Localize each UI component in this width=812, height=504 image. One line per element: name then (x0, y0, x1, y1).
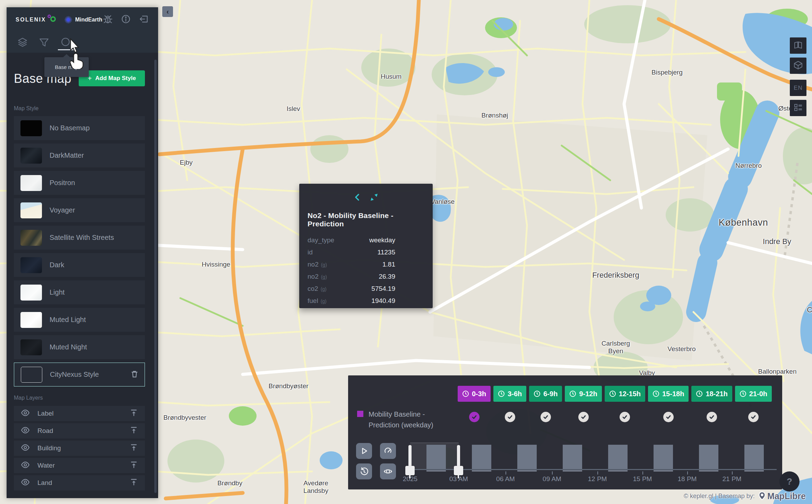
map-label: Nørrebro (735, 162, 762, 170)
attribution-text[interactable]: © kepler.gl | Basemap by: (684, 493, 755, 500)
histogram-bar (744, 445, 764, 469)
style-row-citynexus[interactable]: CityNexus Style (14, 363, 145, 386)
map-label: Ejby (180, 159, 193, 166)
map-label: Avedøre Landsby (303, 479, 328, 495)
basemap-tab-tooltip: Base map (44, 57, 89, 77)
toggle-3d-button[interactable] (790, 58, 806, 74)
style-row-voyager[interactable]: Voyager (14, 198, 145, 222)
time-range-button-3-6h[interactable]: 3-6h (493, 386, 526, 402)
legend-button[interactable] (790, 100, 806, 116)
style-name: Muted Light (50, 316, 139, 324)
move-to-top-icon[interactable] (130, 443, 138, 453)
time-range-button-12-15h[interactable]: 12-15h (605, 386, 645, 402)
time-range-label: 21-0h (749, 390, 767, 398)
language-button[interactable]: EN (790, 80, 806, 96)
speed-button[interactable] (380, 443, 396, 459)
move-to-top-icon[interactable] (130, 409, 138, 418)
tab-layers[interactable] (16, 34, 29, 50)
style-row-muted-night[interactable]: Muted Night (14, 335, 145, 359)
sidebar-scrollbar[interactable] (154, 60, 157, 493)
tab-filters[interactable] (37, 34, 51, 50)
time-range-button-6-9h[interactable]: 6-9h (529, 386, 562, 402)
interval-check-2[interactable] (541, 412, 551, 422)
popup-title: No2 - Mobility Baseline - Prediction (308, 211, 424, 228)
visibility-eye-icon[interactable] (21, 408, 30, 419)
info-icon[interactable] (121, 14, 131, 26)
axis-tick-label: 12 PM (588, 475, 607, 483)
map-label: Brønshøj (481, 112, 508, 119)
exit-app-icon[interactable] (139, 14, 149, 26)
style-thumbnail (20, 202, 42, 218)
time-range-button-15-18h[interactable]: 15-18h (648, 386, 689, 402)
axis-tick-label: 21 PM (723, 475, 742, 483)
time-filter-panel: 0-3h 3-6h 6-9h 9-12h 12-15h 15-18h 18-21… (348, 375, 782, 489)
clock-icon (609, 390, 616, 397)
mindearth-logo-icon (64, 16, 72, 24)
histogram-bar (654, 445, 673, 469)
tab-basemap[interactable] (59, 34, 72, 50)
axis-tick-label: 09 AM (543, 475, 561, 483)
visibility-eye-icon[interactable] (21, 426, 30, 436)
check-icon (751, 414, 756, 420)
check-icon (472, 414, 477, 420)
split-map-button[interactable] (790, 37, 806, 54)
time-range-button-21-0h[interactable]: 21-0h (735, 386, 772, 402)
tooltip-text: Base map (55, 64, 78, 70)
field-label: no2 (308, 261, 319, 268)
play-button[interactable] (356, 443, 372, 459)
maplibre-logo[interactable]: MapLibre (758, 491, 806, 501)
time-range-button-18-21h[interactable]: 18-21h (691, 386, 732, 402)
reset-button[interactable] (356, 463, 372, 479)
interval-check-3[interactable] (578, 412, 589, 422)
interval-check-5[interactable] (663, 412, 674, 422)
bug-report-icon[interactable] (103, 14, 113, 26)
field-label: co2 (308, 285, 318, 293)
interval-check-1[interactable] (505, 412, 515, 422)
interval-check-0[interactable] (469, 412, 480, 422)
style-name: Positron (50, 179, 139, 187)
style-row-darkmatter[interactable]: DarkMatter (14, 144, 145, 167)
move-to-top-icon[interactable] (130, 478, 138, 488)
style-row-light[interactable]: Light (14, 280, 145, 304)
expand-icon[interactable] (370, 193, 378, 202)
mindearth-brand: MindEarth (64, 16, 102, 24)
style-row-muted-light[interactable]: Muted Light (14, 308, 145, 332)
visibility-eye-icon[interactable] (21, 460, 30, 471)
animation-window-button[interactable] (380, 463, 396, 479)
visibility-eye-icon[interactable] (21, 443, 30, 453)
style-row-no-basemap[interactable]: No Basemap (14, 116, 145, 140)
map-label: Frederiksberg (592, 271, 639, 279)
layer-name: Road (37, 427, 122, 435)
style-thumbnail (20, 339, 42, 355)
style-row-satellite[interactable]: Satellite With Streets (14, 226, 145, 250)
split-map-icon (793, 40, 803, 51)
interval-check-6[interactable] (707, 412, 717, 422)
interval-check-7[interactable] (748, 412, 759, 422)
style-row-positron[interactable]: Positron (14, 171, 145, 195)
field-value: 1940.49 (371, 297, 395, 305)
map-label: Brøndbyøster (268, 382, 308, 390)
layer-row-water: Water (14, 458, 145, 473)
clock-icon (696, 390, 703, 397)
delete-style-icon[interactable] (130, 370, 139, 380)
popup-row: co2 (g) 5754.19 (308, 285, 424, 293)
time-range-button-0-3h[interactable]: 0-3h (458, 386, 491, 402)
clock-icon (498, 390, 505, 397)
range-handle-end[interactable] (457, 445, 460, 467)
style-name: CityNexus Style (50, 371, 122, 379)
move-to-top-icon[interactable] (130, 426, 138, 436)
visibility-eye-icon[interactable] (21, 478, 30, 488)
interval-check-4[interactable] (620, 412, 630, 422)
range-grip-start[interactable] (405, 466, 415, 475)
map-label: Bispebjerg (651, 69, 683, 76)
style-row-dark[interactable]: Dark (14, 253, 145, 277)
range-handle-start[interactable] (408, 445, 412, 467)
pin-back-icon[interactable] (354, 193, 361, 202)
legend-color-swatch (357, 411, 363, 417)
time-range-button-9-12h[interactable]: 9-12h (565, 386, 602, 402)
cube-3d-icon (793, 60, 803, 71)
range-grip-end[interactable] (454, 466, 463, 475)
help-button[interactable]: ? (779, 471, 800, 492)
sidebar-collapse-button[interactable]: ‹ (162, 6, 173, 17)
move-to-top-icon[interactable] (130, 461, 138, 470)
